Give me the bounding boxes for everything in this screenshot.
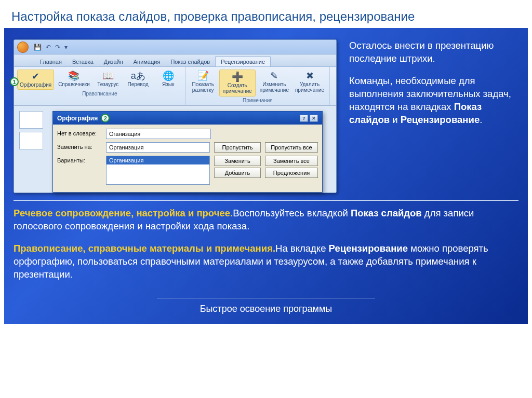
ribbon-button-label: Изменить примечание bbox=[260, 81, 289, 93]
tab-insert[interactable]: Вставка bbox=[67, 57, 99, 66]
tab-review[interactable]: Рецензирование bbox=[215, 56, 271, 66]
ribbon-tabs: Главная Вставка Дизайн Анимация Показ сл… bbox=[14, 54, 336, 67]
tab-animation[interactable]: Анимация bbox=[128, 57, 166, 66]
intro-text: Осталось внести в презентацию последние … bbox=[349, 39, 518, 193]
change-all-button[interactable]: Заменить все bbox=[265, 156, 318, 166]
label-change-to: Заменить на: bbox=[57, 142, 102, 150]
label-not-in-dict: Нет в словаре: bbox=[57, 129, 102, 136]
slide-footer: Быстрое освоение программы bbox=[14, 291, 518, 317]
help-icon[interactable]: ? bbox=[300, 115, 308, 122]
spelling-icon: ✔ bbox=[32, 72, 39, 81]
ignore-button[interactable]: Пропустить bbox=[214, 142, 261, 153]
divider bbox=[14, 200, 518, 201]
ribbon: 1 ✔Орфография📚Справочники📖ТезаурусaあПере… bbox=[14, 67, 336, 105]
close-icon[interactable]: ✕ bbox=[310, 115, 318, 122]
show-markup-icon: 📝 bbox=[197, 71, 209, 80]
callout-badge-2: 2 bbox=[101, 114, 110, 122]
group-label-spelling: Правописание bbox=[17, 90, 182, 97]
ribbon-button-label: Орфография bbox=[20, 82, 51, 88]
qat-more-icon[interactable]: ▾ bbox=[64, 44, 68, 51]
quick-access-toolbar: 💾 ↶ ↷ ▾ bbox=[14, 40, 336, 54]
translate-button[interactable]: aあПеревод bbox=[124, 70, 152, 89]
qat-icons: 💾 ↶ ↷ ▾ bbox=[34, 44, 68, 51]
slides-thumbnail-panel bbox=[19, 111, 48, 153]
ribbon-button-label: Создать примечание bbox=[223, 83, 252, 94]
label-variants: Варианты: bbox=[57, 156, 102, 163]
ribbon-button-label: Тезаурус bbox=[97, 81, 118, 87]
research-icon: 📚 bbox=[68, 71, 79, 80]
delete-comment-button[interactable]: ✖Удалить примечание bbox=[293, 70, 326, 94]
ribbon-group-comments: 📝Показать разметку➕Создать примечание✎Из… bbox=[186, 67, 330, 105]
variants-list[interactable]: Организация bbox=[106, 156, 210, 185]
tab-slideshow[interactable]: Показ слайдов bbox=[165, 57, 215, 66]
language-icon: 🌐 bbox=[163, 71, 174, 80]
edit-comment-icon: ✎ bbox=[270, 71, 278, 80]
variant-item[interactable]: Организация bbox=[107, 156, 209, 164]
powerpoint-screenshot: 💾 ↶ ↷ ▾ Главная Вставка Дизайн Анимация … bbox=[14, 39, 337, 193]
intro-p1: Осталось внести в презентацию последние … bbox=[349, 39, 518, 65]
callout-badge-1: 1 bbox=[10, 77, 19, 86]
dialog-title-text: Орфография bbox=[57, 115, 98, 122]
ribbon-button-label: Справочники bbox=[58, 81, 90, 87]
tab-home[interactable]: Главная bbox=[35, 57, 67, 66]
field-change-to[interactable]: Организация bbox=[106, 142, 210, 153]
main-content-panel: 💾 ↶ ↷ ▾ Главная Вставка Дизайн Анимация … bbox=[4, 28, 528, 324]
thesaurus-icon: 📖 bbox=[102, 71, 114, 80]
office-button[interactable] bbox=[17, 42, 29, 53]
body-text: Речевое сопровождение, настройка и проче… bbox=[14, 207, 518, 281]
spelling-dialog: Орфография 2 ? ✕ Нет в словаре: Оганизац… bbox=[52, 111, 323, 193]
research-button[interactable]: 📚Справочники bbox=[56, 70, 92, 89]
slide-thumb[interactable] bbox=[19, 111, 43, 129]
edit-comment-button[interactable]: ✎Изменить примечание bbox=[258, 70, 291, 94]
editor-area: Орфография 2 ? ✕ Нет в словаре: Оганизац… bbox=[14, 105, 336, 193]
change-button[interactable]: Заменить bbox=[214, 156, 261, 166]
redo-icon[interactable]: ↷ bbox=[55, 44, 60, 51]
new-comment-icon: ➕ bbox=[232, 72, 243, 81]
tab-design[interactable]: Дизайн bbox=[99, 57, 128, 66]
slide-title: Настройка показа слайдов, проверка право… bbox=[0, 0, 532, 28]
translate-icon: aあ bbox=[131, 71, 145, 80]
group-label-comments: Примечания bbox=[189, 97, 326, 103]
new-comment-button[interactable]: ➕Создать примечание bbox=[219, 70, 256, 97]
undo-icon[interactable]: ↶ bbox=[46, 44, 51, 51]
ribbon-button-label: Показать разметку bbox=[192, 81, 214, 93]
field-not-in-dict: Оганизация bbox=[106, 129, 211, 139]
body-p2: Правописание, справочные материалы и при… bbox=[14, 242, 518, 281]
ribbon-button-label: Перевод bbox=[128, 81, 149, 87]
body-p1: Речевое сопровождение, настройка и проче… bbox=[14, 207, 518, 233]
dialog-titlebar: Орфография 2 ? ✕ bbox=[53, 112, 322, 125]
intro-p2: Команды, необходимые для выполнения закл… bbox=[349, 75, 518, 127]
ribbon-button-label: Язык bbox=[162, 81, 174, 87]
show-markup-button[interactable]: 📝Показать разметку bbox=[189, 70, 217, 94]
thesaurus-button[interactable]: 📖Тезаурус bbox=[94, 70, 122, 89]
ribbon-group-spelling: ✔Орфография📚Справочники📖ТезаурусaあПерево… bbox=[14, 67, 186, 105]
language-button[interactable]: 🌐Язык bbox=[154, 70, 182, 89]
ribbon-button-label: Удалить примечание bbox=[295, 81, 324, 93]
add-button[interactable]: Добавить bbox=[214, 168, 261, 178]
suggest-button[interactable]: Предложения bbox=[265, 168, 318, 178]
delete-comment-icon: ✖ bbox=[306, 71, 314, 80]
slide-thumb[interactable] bbox=[19, 132, 43, 149]
spelling-button[interactable]: ✔Орфография bbox=[17, 70, 54, 90]
ignore-all-button[interactable]: Пропустить все bbox=[265, 142, 318, 153]
save-icon[interactable]: 💾 bbox=[34, 44, 42, 51]
